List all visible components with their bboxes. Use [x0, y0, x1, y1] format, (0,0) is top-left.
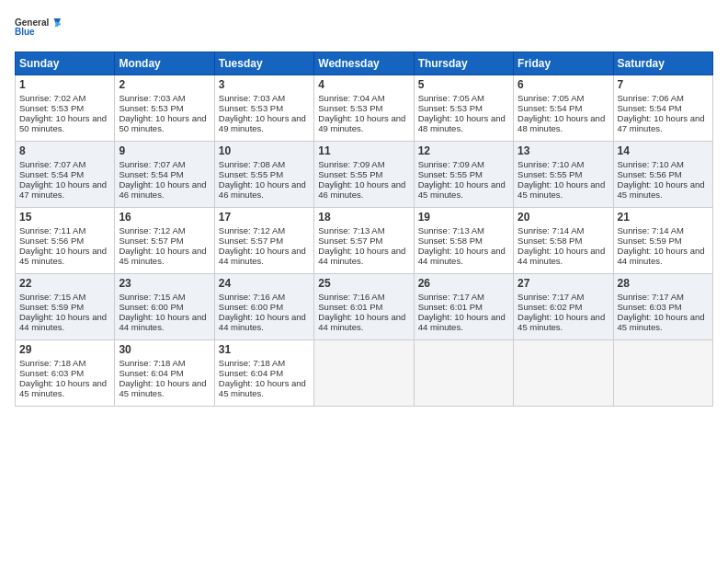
day-header-sunday: Sunday	[16, 52, 115, 75]
calendar-cell: 19Sunrise: 7:13 AMSunset: 5:58 PMDayligh…	[414, 208, 513, 274]
daylight-text: Daylight: 10 hours and 44 minutes.	[119, 312, 206, 332]
calendar-week-5: 29Sunrise: 7:18 AMSunset: 6:03 PMDayligh…	[16, 340, 713, 407]
sunset-text: Sunset: 6:03 PM	[19, 368, 84, 378]
calendar-cell: 6Sunrise: 7:05 AMSunset: 5:54 PMDaylight…	[514, 75, 613, 142]
day-number: 18	[318, 211, 409, 224]
day-number: 23	[119, 277, 210, 290]
day-number: 27	[518, 277, 609, 290]
calendar-cell: 25Sunrise: 7:16 AMSunset: 6:01 PMDayligh…	[314, 274, 414, 340]
day-number: 12	[418, 144, 509, 157]
sunset-text: Sunset: 5:57 PM	[119, 236, 183, 246]
sunrise-text: Sunrise: 7:05 AM	[418, 93, 484, 103]
sunset-text: Sunset: 5:54 PM	[119, 169, 183, 179]
calendar-cell: 15Sunrise: 7:11 AMSunset: 5:56 PMDayligh…	[16, 208, 115, 274]
sunrise-text: Sunrise: 7:18 AM	[119, 358, 185, 368]
logo-icon: General Blue	[15, 15, 61, 42]
daylight-text: Daylight: 10 hours and 45 minutes.	[219, 378, 306, 398]
calendar-cell	[414, 340, 513, 407]
day-number: 30	[119, 343, 210, 356]
sunset-text: Sunset: 5:55 PM	[418, 169, 483, 179]
day-number: 13	[518, 144, 609, 157]
day-header-saturday: Saturday	[613, 52, 712, 75]
daylight-text: Daylight: 10 hours and 50 minutes.	[119, 113, 206, 133]
calendar-cell: 3Sunrise: 7:03 AMSunset: 5:53 PMDaylight…	[214, 75, 313, 142]
sunrise-text: Sunrise: 7:05 AM	[518, 93, 584, 103]
calendar-cell: 30Sunrise: 7:18 AMSunset: 6:04 PMDayligh…	[115, 340, 214, 407]
day-number: 28	[618, 277, 709, 290]
calendar-cell: 7Sunrise: 7:06 AMSunset: 5:54 PMDaylight…	[613, 75, 712, 142]
calendar-cell: 5Sunrise: 7:05 AMSunset: 5:53 PMDaylight…	[414, 75, 513, 142]
day-number: 10	[219, 144, 310, 157]
calendar-cell: 21Sunrise: 7:14 AMSunset: 5:59 PMDayligh…	[613, 208, 712, 274]
daylight-text: Daylight: 10 hours and 49 minutes.	[318, 113, 405, 133]
daylight-text: Daylight: 10 hours and 45 minutes.	[19, 378, 107, 398]
sunset-text: Sunset: 6:01 PM	[318, 302, 382, 312]
sunrise-text: Sunrise: 7:18 AM	[19, 358, 85, 368]
sunrise-text: Sunrise: 7:12 AM	[119, 225, 185, 236]
calendar-cell: 17Sunrise: 7:12 AMSunset: 5:57 PMDayligh…	[214, 208, 313, 274]
sunset-text: Sunset: 5:56 PM	[19, 236, 84, 246]
sunset-text: Sunset: 6:02 PM	[518, 302, 582, 312]
sunrise-text: Sunrise: 7:16 AM	[219, 292, 285, 302]
day-number: 19	[418, 211, 509, 224]
sunset-text: Sunset: 6:04 PM	[219, 368, 283, 378]
daylight-text: Daylight: 10 hours and 46 minutes.	[219, 179, 306, 200]
sunrise-text: Sunrise: 7:13 AM	[418, 225, 484, 236]
day-number: 29	[19, 343, 110, 356]
day-header-wednesday: Wednesday	[314, 52, 414, 75]
calendar-cell: 20Sunrise: 7:14 AMSunset: 5:58 PMDayligh…	[514, 208, 613, 274]
day-header-friday: Friday	[514, 52, 613, 75]
daylight-text: Daylight: 10 hours and 44 minutes.	[19, 312, 107, 332]
day-number: 24	[219, 277, 310, 290]
calendar-cell	[613, 340, 712, 407]
day-number: 20	[518, 211, 609, 224]
sunrise-text: Sunrise: 7:10 AM	[618, 159, 684, 169]
calendar-page: General Blue SundayMondayTuesdayWednesda…	[0, 0, 728, 563]
sunset-text: Sunset: 5:54 PM	[518, 103, 582, 113]
sunrise-text: Sunrise: 7:14 AM	[618, 225, 684, 236]
daylight-text: Daylight: 10 hours and 50 minutes.	[19, 113, 107, 133]
sunset-text: Sunset: 5:59 PM	[618, 236, 682, 246]
sunrise-text: Sunrise: 7:17 AM	[618, 292, 684, 302]
daylight-text: Daylight: 10 hours and 44 minutes.	[318, 312, 405, 332]
day-number: 31	[219, 343, 310, 356]
sunrise-text: Sunrise: 7:12 AM	[219, 225, 285, 236]
sunrise-text: Sunrise: 7:16 AM	[318, 292, 384, 302]
daylight-text: Daylight: 10 hours and 45 minutes.	[119, 246, 206, 266]
day-number: 3	[219, 78, 310, 91]
day-number: 15	[19, 211, 110, 224]
sunrise-text: Sunrise: 7:06 AM	[618, 93, 684, 103]
sunset-text: Sunset: 5:55 PM	[318, 169, 382, 179]
sunrise-text: Sunrise: 7:18 AM	[219, 358, 285, 368]
sunrise-text: Sunrise: 7:15 AM	[19, 292, 85, 302]
day-header-tuesday: Tuesday	[214, 52, 313, 75]
calendar-cell: 2Sunrise: 7:03 AMSunset: 5:53 PMDaylight…	[115, 75, 214, 142]
sunset-text: Sunset: 5:53 PM	[318, 103, 382, 113]
sunset-text: Sunset: 5:59 PM	[19, 302, 84, 312]
day-number: 1	[19, 78, 110, 91]
calendar-cell: 16Sunrise: 7:12 AMSunset: 5:57 PMDayligh…	[115, 208, 214, 274]
sunset-text: Sunset: 5:56 PM	[618, 169, 682, 179]
svg-text:General: General	[15, 17, 49, 28]
daylight-text: Daylight: 10 hours and 44 minutes.	[418, 246, 506, 266]
sunset-text: Sunset: 5:55 PM	[518, 169, 582, 179]
sunset-text: Sunset: 5:55 PM	[219, 169, 283, 179]
calendar-table: SundayMondayTuesdayWednesdayThursdayFrid…	[15, 52, 713, 407]
sunrise-text: Sunrise: 7:09 AM	[318, 159, 384, 169]
sunset-text: Sunset: 6:00 PM	[119, 302, 183, 312]
calendar-cell: 12Sunrise: 7:09 AMSunset: 5:55 PMDayligh…	[414, 142, 513, 208]
calendar-cell: 23Sunrise: 7:15 AMSunset: 6:00 PMDayligh…	[115, 274, 214, 340]
daylight-text: Daylight: 10 hours and 45 minutes.	[418, 179, 506, 200]
sunset-text: Sunset: 5:57 PM	[318, 236, 382, 246]
day-number: 8	[19, 144, 110, 157]
daylight-text: Daylight: 10 hours and 45 minutes.	[119, 378, 206, 398]
daylight-text: Daylight: 10 hours and 46 minutes.	[119, 179, 206, 200]
daylight-text: Daylight: 10 hours and 45 minutes.	[518, 312, 605, 332]
daylight-text: Daylight: 10 hours and 45 minutes.	[518, 179, 605, 200]
calendar-cell: 29Sunrise: 7:18 AMSunset: 6:03 PMDayligh…	[16, 340, 115, 407]
sunset-text: Sunset: 6:01 PM	[418, 302, 483, 312]
sunrise-text: Sunrise: 7:10 AM	[518, 159, 584, 169]
calendar-cell: 11Sunrise: 7:09 AMSunset: 5:55 PMDayligh…	[314, 142, 414, 208]
sunset-text: Sunset: 5:58 PM	[418, 236, 483, 246]
sunset-text: Sunset: 6:04 PM	[119, 368, 183, 378]
